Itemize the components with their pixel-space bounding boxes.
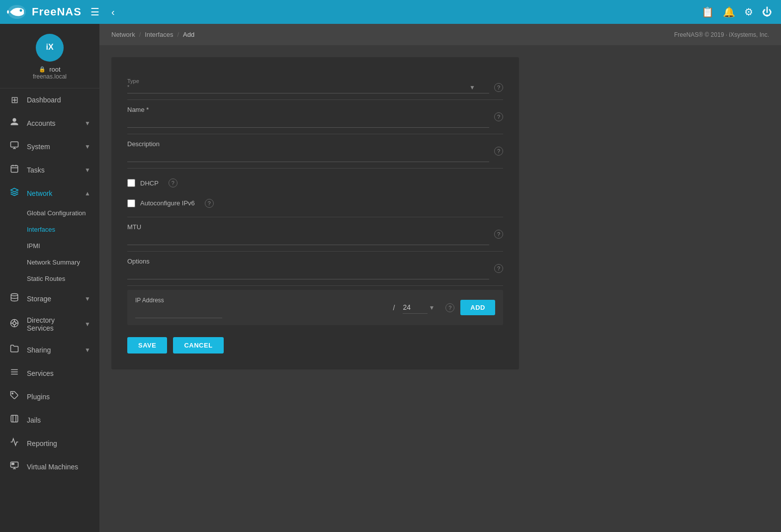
chevron-accounts: ▼ (85, 120, 90, 127)
main-layout: iX 🔒 root freenas.local ⊞ Dashboard Acco… (0, 24, 781, 532)
sidebar-item-storage[interactable]: Storage ▼ (0, 287, 99, 310)
logo[interactable]: FreeNAS (6, 3, 82, 21)
tasks-icon (9, 164, 20, 176)
name-input-wrap: Name * (127, 106, 489, 128)
name-help-icon[interactable]: ? (494, 112, 503, 121)
dhcp-label: DHCP (140, 179, 159, 187)
ip-prefix-select[interactable]: 24 8 16 32 (403, 301, 428, 314)
sidebar-label-tasks: Tasks (27, 166, 78, 174)
back-icon[interactable]: ‹ (108, 3, 118, 21)
type-help-icon[interactable]: ? (494, 83, 503, 92)
sidebar-label-jails: Jails (27, 416, 90, 424)
clipboard-icon[interactable]: 📋 (698, 3, 717, 21)
type-label: Type * (127, 78, 139, 90)
user-area: iX 🔒 root freenas.local (0, 24, 99, 89)
breadcrumb-interfaces[interactable]: Interfaces (145, 31, 173, 38)
name-field-label: Name * (127, 106, 489, 113)
type-select[interactable] (127, 81, 489, 93)
sidebar-item-services[interactable]: Services (0, 361, 99, 385)
copyright: FreeNAS® © 2019 · iXsystems, Inc. (674, 31, 769, 38)
cancel-button[interactable]: CANCEL (173, 337, 223, 354)
options-help-icon[interactable]: ? (494, 264, 503, 273)
sidebar-item-network[interactable]: Network ▲ (0, 181, 99, 205)
topbar: FreeNAS ☰ ‹ 📋 🔔 ⚙ ⏻ (0, 0, 781, 24)
description-input[interactable] (127, 150, 489, 162)
sidebar-item-system[interactable]: System ▼ (0, 135, 99, 158)
sidebar-label-accounts: Accounts (27, 119, 78, 127)
svg-text:iX: iX (46, 43, 53, 51)
chevron-tasks: ▼ (85, 167, 90, 174)
ix-logo-icon: iX (40, 38, 60, 58)
ipv6-row: Autoconfigure IPv6 ? (127, 193, 503, 217)
svg-rect-17 (11, 415, 18, 422)
svg-point-8 (13, 322, 16, 325)
form-card: ▼ ? Type * Name * ? (111, 57, 519, 369)
sidebar-label-sharing: Sharing (27, 346, 78, 354)
storage-icon (9, 293, 20, 304)
network-subnav: Global Configuration Interfaces IPMI Net… (0, 205, 99, 287)
system-icon (9, 141, 20, 152)
sidebar-item-directory-services[interactable]: Directory Services ▼ (0, 310, 99, 338)
subnav-interfaces[interactable]: Interfaces (0, 221, 99, 238)
hamburger-icon[interactable]: ☰ (87, 3, 102, 21)
sidebar: iX 🔒 root freenas.local ⊞ Dashboard Acco… (0, 24, 99, 532)
options-row: Options ? (127, 252, 503, 286)
accounts-icon (9, 117, 20, 129)
lock-icon: 🔒 (39, 66, 46, 73)
breadcrumb-left: Network / Interfaces / Add (111, 31, 194, 38)
chevron-system: ▼ (85, 143, 90, 150)
save-button[interactable]: SAVE (127, 337, 167, 354)
ipv6-checkbox[interactable] (127, 199, 135, 207)
sidebar-item-plugins[interactable]: Plugins (0, 385, 99, 408)
services-icon (9, 367, 20, 379)
virtual-machines-icon (9, 461, 20, 472)
subnav-global-config[interactable]: Global Configuration (0, 205, 99, 221)
description-help-icon[interactable]: ? (494, 147, 503, 156)
description-row: Description ? (127, 134, 503, 169)
subnav-ipmi[interactable]: IPMI (0, 238, 99, 254)
description-field-label: Description (127, 140, 489, 148)
settings-icon[interactable]: ⚙ (741, 3, 756, 21)
options-field-label: Options (127, 258, 489, 265)
breadcrumb-network[interactable]: Network (111, 31, 135, 38)
sidebar-label-virtual-machines: Virtual Machines (27, 463, 90, 471)
sidebar-item-virtual-machines[interactable]: Virtual Machines (0, 455, 99, 478)
breadcrumb-add: Add (183, 31, 194, 38)
sidebar-item-jails[interactable]: Jails (0, 408, 99, 432)
power-icon[interactable]: ⏻ (759, 3, 775, 21)
topbar-left: FreeNAS ☰ ‹ (6, 3, 118, 21)
ip-prefix-wrap: 24 8 16 32 ▼ (403, 301, 434, 314)
mtu-input[interactable] (127, 233, 489, 245)
svg-point-16 (12, 393, 13, 394)
reporting-icon (9, 438, 20, 449)
dhcp-help-icon[interactable]: ? (169, 178, 177, 187)
sidebar-item-accounts[interactable]: Accounts ▼ (0, 111, 99, 135)
ipv6-help-icon[interactable]: ? (205, 199, 214, 208)
form-container: ▼ ? Type * Name * ? (99, 45, 781, 532)
ip-address-row: IP Address / 24 8 16 32 ▼ ? AD (127, 290, 503, 325)
subnav-static-routes[interactable]: Static Routes (0, 270, 99, 287)
sidebar-item-tasks[interactable]: Tasks ▼ (0, 158, 99, 181)
ip-help-icon[interactable]: ? (445, 303, 454, 312)
dhcp-checkbox[interactable] (127, 179, 135, 187)
user-info: 🔒 root freenas.local (33, 66, 67, 80)
svg-rect-5 (11, 166, 18, 173)
sidebar-item-dashboard[interactable]: ⊞ Dashboard (0, 89, 99, 111)
sharing-icon (9, 344, 20, 355)
network-icon (9, 187, 20, 199)
sidebar-item-sharing[interactable]: Sharing ▼ (0, 338, 99, 361)
mtu-input-wrap: MTU (127, 223, 489, 245)
mtu-help-icon[interactable]: ? (494, 230, 503, 239)
bell-icon[interactable]: 🔔 (720, 3, 738, 21)
logo-text: FreeNAS (32, 5, 82, 18)
subnav-network-summary[interactable]: Network Summary (0, 254, 99, 270)
name-input[interactable] (127, 115, 489, 128)
ip-address-input[interactable] (135, 306, 222, 318)
ipv6-checkbox-row: Autoconfigure IPv6 ? (127, 195, 214, 212)
options-input[interactable] (127, 267, 489, 279)
svg-rect-4 (11, 142, 18, 147)
ip-address-label: IP Address (135, 297, 385, 304)
sidebar-item-reporting[interactable]: Reporting (0, 432, 99, 455)
content-area: Network / Interfaces / Add FreeNAS® © 20… (99, 24, 781, 532)
ip-add-button[interactable]: ADD (460, 300, 495, 315)
